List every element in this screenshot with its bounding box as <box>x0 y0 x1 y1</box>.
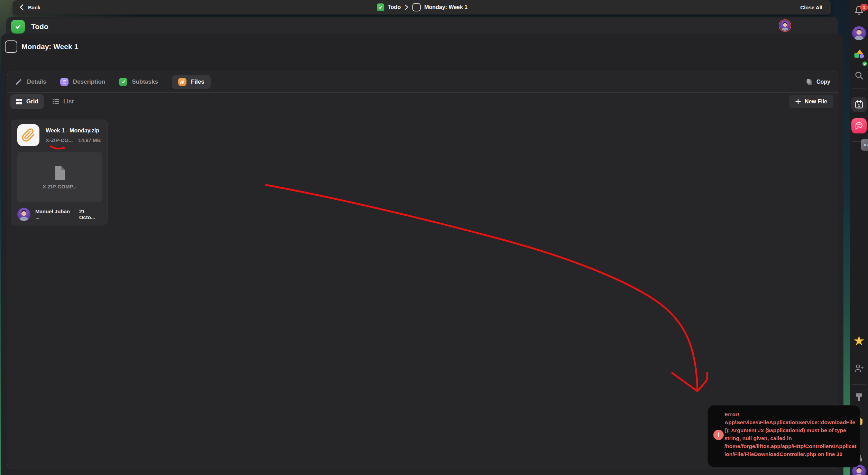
chevron-left-icon <box>19 4 25 11</box>
new-file-label: New File <box>805 99 827 105</box>
avatar <box>852 26 866 40</box>
files-toolbar: Grid List New File <box>7 93 838 111</box>
copy-button[interactable]: Copy <box>805 71 830 93</box>
grid-label: Grid <box>26 98 38 105</box>
error-exclamation-icon: ! <box>713 430 724 440</box>
search-icon <box>854 71 864 80</box>
file-meta: X-ZIP-CO... 14.87 MB <box>46 137 101 143</box>
file-size: 14.87 MB <box>78 137 101 143</box>
pencil-icon <box>15 78 22 86</box>
file-uploader-row: Manuel Juban ... 21 Octo... <box>17 208 102 221</box>
window-topbar: Back Todo Monday: Week 1 Close All <box>13 0 831 15</box>
dock-sidebar: 1 1 >.< <box>850 0 868 475</box>
file-tile[interactable]: Week 1 - Monday.zip X-ZIP-CO... 14.87 MB… <box>11 120 108 225</box>
star-icon <box>853 335 865 346</box>
list-label: List <box>63 98 74 105</box>
paperclip-icon <box>21 128 35 142</box>
copy-label: Copy <box>816 79 830 85</box>
grid-view-button[interactable]: Grid <box>10 94 44 109</box>
task-title: Monday: Week 1 <box>21 40 78 53</box>
copy-icon <box>805 78 813 86</box>
online-check-badge <box>862 61 868 67</box>
tab-description[interactable]: Description <box>60 78 106 86</box>
new-file-button[interactable]: New File <box>789 95 833 108</box>
uploader-avatar <box>17 208 30 221</box>
divider <box>852 384 866 385</box>
tab-subtasks-label: Subtasks <box>132 78 158 85</box>
breadcrumb: Todo Monday: Week 1 <box>377 3 468 11</box>
subtasks-check-icon <box>119 78 127 86</box>
description-icon <box>60 78 68 86</box>
avatar <box>780 20 790 31</box>
list-view-button[interactable]: List <box>52 98 74 105</box>
tab-description-label: Description <box>73 78 106 85</box>
upload-date: 21 Octo... <box>79 208 102 220</box>
chevron-right-icon <box>404 4 409 10</box>
calendar-button[interactable]: 1 <box>851 97 867 112</box>
svg-text:1: 1 <box>858 103 860 108</box>
divider <box>852 354 866 354</box>
divider <box>852 89 866 89</box>
back-label: Back <box>28 4 40 10</box>
paintbrush-icon <box>854 392 864 402</box>
breadcrumb-current[interactable]: Monday: Week 1 <box>424 4 467 10</box>
chat-bubble-icon <box>855 122 863 130</box>
tab-subtasks[interactable]: Subtasks <box>119 78 158 86</box>
uploader-name: Manuel Juban ... <box>35 208 75 220</box>
terminal-app-icon[interactable]: >.< <box>861 139 868 151</box>
file-name: Week 1 - Monday.zip <box>46 128 99 134</box>
breadcrumb-parent[interactable]: Todo <box>388 4 401 10</box>
plus-icon <box>795 99 801 105</box>
theme-button[interactable] <box>854 392 864 403</box>
close-all-button[interactable]: Close All <box>800 4 822 10</box>
preview-label: X-ZIP-COMP... <box>43 184 77 189</box>
tab-files-label: Files <box>191 78 204 85</box>
back-button[interactable]: Back <box>19 4 40 11</box>
tab-bar: Details Description Subtasks <box>7 71 838 93</box>
person-add-icon <box>854 363 864 374</box>
error-toast-message: App\Services\FileApplicationService::dow… <box>724 418 857 458</box>
document-icon <box>52 165 68 181</box>
calendar-icon: 1 <box>855 100 864 109</box>
error-toast-body: Error! App\Services\FileApplicationServi… <box>724 410 857 458</box>
error-toast[interactable]: ! Error! App\Services\FileApplicationSer… <box>707 405 860 467</box>
grid-icon <box>16 99 22 105</box>
assignee-avatar[interactable] <box>779 19 791 32</box>
error-toast-title: Error! <box>724 410 857 418</box>
paperclip-icon <box>178 78 186 86</box>
user-avatar-button[interactable] <box>852 26 866 40</box>
breadcrumb-task-checkbox[interactable] <box>412 3 421 11</box>
file-preview[interactable]: X-ZIP-COMP... <box>17 152 102 202</box>
breadcrumb-todo-check-icon <box>377 3 384 11</box>
file-type-icon <box>17 124 39 146</box>
tab-details-label: Details <box>27 78 46 85</box>
favorites-button[interactable] <box>853 335 865 348</box>
terminal-face: >.< <box>864 143 868 147</box>
file-type: X-ZIP-CO... <box>46 137 73 143</box>
desktop: Todo Back Todo Monday: Week 1 Close All … <box>0 0 868 475</box>
todo-checked-icon[interactable] <box>11 20 25 34</box>
notification-badge: 1 <box>860 4 868 11</box>
task-checkbox[interactable] <box>5 40 17 53</box>
add-user-button[interactable] <box>854 363 864 375</box>
chat-button[interactable] <box>851 118 867 133</box>
search-button[interactable] <box>854 71 864 82</box>
tab-details[interactable]: Details <box>15 78 46 86</box>
tab-files[interactable]: Files <box>172 75 211 89</box>
app-logo-shapes-icon[interactable] <box>854 49 864 60</box>
list-icon <box>52 98 59 105</box>
